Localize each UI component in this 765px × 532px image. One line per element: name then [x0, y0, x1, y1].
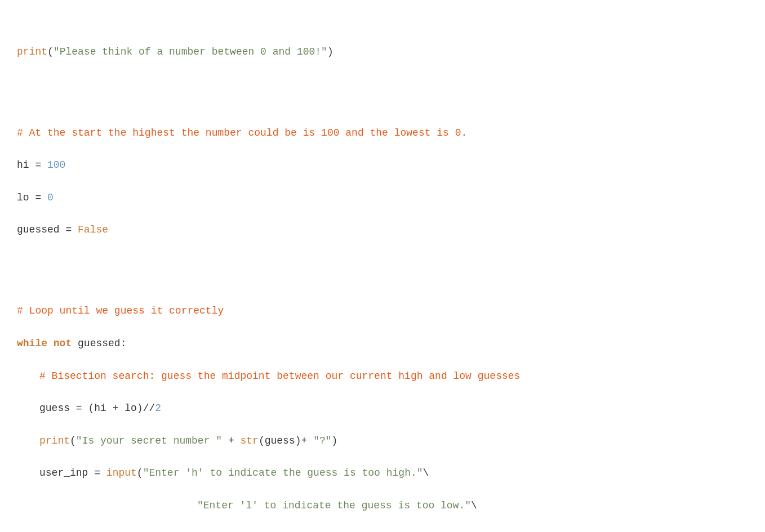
code-line-while: while not guessed:: [17, 336, 748, 352]
code-line-comment-2: # Loop until we guess it correctly: [17, 303, 748, 319]
code-line-print-guess: print("Is your secret number " + str(gue…: [17, 433, 748, 449]
code-line-comment-1: # At the start the highest the number co…: [17, 125, 748, 141]
code-line-guessed: guessed = False: [17, 222, 748, 238]
code-line-1: print("Please think of a number between …: [17, 44, 748, 60]
code-line-hi: hi = 100: [17, 157, 748, 173]
code-line-input2: "Enter 'l' to indicate the guess is too …: [17, 498, 748, 514]
code-display: print("Please think of a number between …: [17, 11, 748, 532]
code-line-blank-2: [17, 271, 748, 287]
code-line-lo: lo = 0: [17, 190, 748, 206]
code-line-guess: guess = (hi + lo)//2: [17, 400, 748, 417]
code-line-blank-1: [17, 92, 748, 109]
code-line-comment-3: # Bisection search: guess the midpoint b…: [17, 368, 748, 385]
code-line-input3: "Enter 'c' to indicate I guessed correct…: [17, 530, 748, 533]
code-line-input1: user_inp = input("Enter 'h' to indicate …: [17, 465, 748, 481]
